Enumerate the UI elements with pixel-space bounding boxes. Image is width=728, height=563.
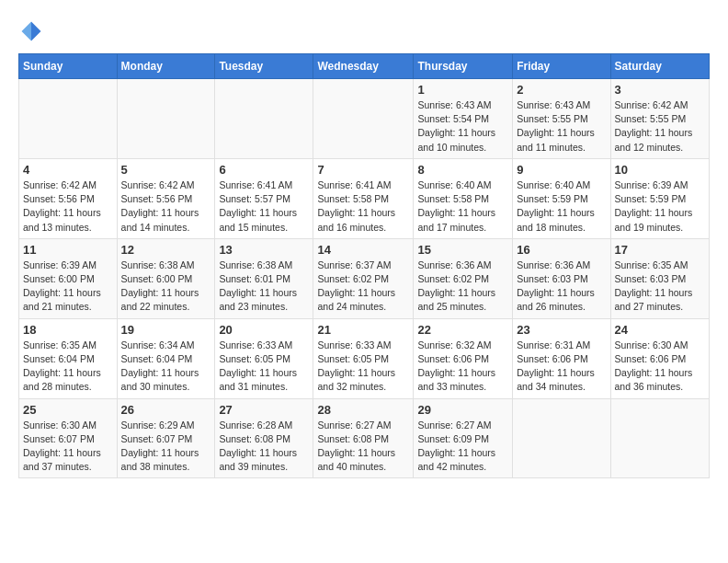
calendar-cell [513, 398, 610, 478]
day-detail: Sunrise: 6:31 AM Sunset: 6:06 PM Dayligh… [517, 339, 606, 395]
day-number: 17 [615, 243, 705, 257]
day-number: 5 [121, 163, 211, 177]
weekday-header-thursday: Thursday [414, 54, 513, 79]
calendar-cell: 17Sunrise: 6:35 AM Sunset: 6:03 PM Dayli… [610, 238, 709, 318]
day-number: 4 [23, 163, 113, 177]
logo-icon [18, 18, 44, 44]
svg-marker-0 [31, 22, 41, 41]
day-number: 27 [219, 403, 309, 417]
calendar-cell: 22Sunrise: 6:32 AM Sunset: 6:06 PM Dayli… [414, 318, 513, 398]
calendar-cell [19, 79, 118, 159]
day-number: 20 [219, 323, 309, 337]
calendar-cell: 6Sunrise: 6:41 AM Sunset: 5:57 PM Daylig… [215, 158, 313, 238]
day-detail: Sunrise: 6:42 AM Sunset: 5:56 PM Dayligh… [121, 178, 211, 235]
calendar-table: SundayMondayTuesdayWednesdayThursdayFrid… [18, 53, 710, 478]
day-detail: Sunrise: 6:39 AM Sunset: 5:59 PM Dayligh… [615, 178, 705, 235]
day-detail: Sunrise: 6:38 AM Sunset: 6:01 PM Dayligh… [219, 259, 309, 315]
day-detail: Sunrise: 6:33 AM Sunset: 6:05 PM Dayligh… [317, 339, 409, 395]
calendar-week-5: 25Sunrise: 6:30 AM Sunset: 6:07 PM Dayli… [19, 398, 710, 478]
day-number: 9 [517, 163, 606, 177]
day-number: 18 [23, 323, 113, 337]
day-detail: Sunrise: 6:36 AM Sunset: 6:03 PM Dayligh… [517, 259, 606, 315]
calendar-cell: 24Sunrise: 6:30 AM Sunset: 6:06 PM Dayli… [610, 318, 709, 398]
day-number: 26 [121, 403, 211, 417]
day-number: 1 [417, 83, 508, 97]
day-number: 29 [417, 403, 508, 417]
day-number: 10 [615, 163, 705, 177]
calendar-cell: 20Sunrise: 6:33 AM Sunset: 6:05 PM Dayli… [215, 318, 313, 398]
calendar-cell: 21Sunrise: 6:33 AM Sunset: 6:05 PM Dayli… [313, 318, 414, 398]
logo [18, 18, 48, 44]
day-number: 8 [417, 163, 508, 177]
day-number: 16 [517, 243, 606, 257]
day-number: 13 [219, 243, 309, 257]
calendar-cell: 13Sunrise: 6:38 AM Sunset: 6:01 PM Dayli… [215, 238, 313, 318]
day-number: 19 [121, 323, 211, 337]
day-number: 23 [517, 323, 606, 337]
weekday-header-monday: Monday [117, 54, 215, 79]
calendar-cell: 28Sunrise: 6:27 AM Sunset: 6:08 PM Dayli… [313, 398, 414, 478]
calendar-cell: 23Sunrise: 6:31 AM Sunset: 6:06 PM Dayli… [513, 318, 610, 398]
day-number: 14 [317, 243, 409, 257]
calendar-cell: 26Sunrise: 6:29 AM Sunset: 6:07 PM Dayli… [117, 398, 215, 478]
day-detail: Sunrise: 6:41 AM Sunset: 5:58 PM Dayligh… [317, 178, 409, 235]
day-detail: Sunrise: 6:30 AM Sunset: 6:06 PM Dayligh… [615, 339, 705, 395]
calendar-cell: 18Sunrise: 6:35 AM Sunset: 6:04 PM Dayli… [19, 318, 118, 398]
day-detail: Sunrise: 6:35 AM Sunset: 6:04 PM Dayligh… [23, 339, 113, 395]
day-detail: Sunrise: 6:35 AM Sunset: 6:03 PM Dayligh… [615, 259, 705, 315]
day-detail: Sunrise: 6:40 AM Sunset: 5:59 PM Dayligh… [517, 178, 606, 235]
calendar-cell: 3Sunrise: 6:42 AM Sunset: 5:55 PM Daylig… [610, 79, 709, 159]
calendar-cell: 16Sunrise: 6:36 AM Sunset: 6:03 PM Dayli… [513, 238, 610, 318]
calendar-cell: 1Sunrise: 6:43 AM Sunset: 5:54 PM Daylig… [414, 79, 513, 159]
weekday-header-friday: Friday [513, 54, 610, 79]
calendar-cell: 8Sunrise: 6:40 AM Sunset: 5:58 PM Daylig… [414, 158, 513, 238]
calendar-week-4: 18Sunrise: 6:35 AM Sunset: 6:04 PM Dayli… [19, 318, 710, 398]
calendar-week-3: 11Sunrise: 6:39 AM Sunset: 6:00 PM Dayli… [19, 238, 710, 318]
day-number: 15 [417, 243, 508, 257]
calendar-cell: 11Sunrise: 6:39 AM Sunset: 6:00 PM Dayli… [19, 238, 118, 318]
day-detail: Sunrise: 6:29 AM Sunset: 6:07 PM Dayligh… [121, 419, 211, 475]
calendar-cell: 10Sunrise: 6:39 AM Sunset: 5:59 PM Dayli… [610, 158, 709, 238]
calendar-cell: 7Sunrise: 6:41 AM Sunset: 5:58 PM Daylig… [313, 158, 414, 238]
weekday-header-tuesday: Tuesday [215, 54, 313, 79]
day-detail: Sunrise: 6:43 AM Sunset: 5:55 PM Dayligh… [517, 98, 606, 155]
weekday-header-saturday: Saturday [610, 54, 709, 79]
day-number: 24 [615, 323, 705, 337]
day-detail: Sunrise: 6:32 AM Sunset: 6:06 PM Dayligh… [417, 339, 508, 395]
weekday-header-row: SundayMondayTuesdayWednesdayThursdayFrid… [19, 54, 710, 79]
day-detail: Sunrise: 6:43 AM Sunset: 5:54 PM Dayligh… [417, 98, 508, 155]
day-detail: Sunrise: 6:36 AM Sunset: 6:02 PM Dayligh… [417, 259, 508, 315]
day-detail: Sunrise: 6:38 AM Sunset: 6:00 PM Dayligh… [121, 259, 211, 315]
calendar-cell: 4Sunrise: 6:42 AM Sunset: 5:56 PM Daylig… [19, 158, 118, 238]
day-detail: Sunrise: 6:39 AM Sunset: 6:00 PM Dayligh… [23, 259, 113, 315]
day-number: 2 [517, 83, 606, 97]
day-detail: Sunrise: 6:27 AM Sunset: 6:08 PM Dayligh… [317, 419, 409, 475]
day-detail: Sunrise: 6:40 AM Sunset: 5:58 PM Dayligh… [417, 178, 508, 235]
day-detail: Sunrise: 6:42 AM Sunset: 5:55 PM Dayligh… [615, 98, 705, 155]
calendar-cell: 5Sunrise: 6:42 AM Sunset: 5:56 PM Daylig… [117, 158, 215, 238]
calendar-cell: 29Sunrise: 6:27 AM Sunset: 6:09 PM Dayli… [414, 398, 513, 478]
day-number: 21 [317, 323, 409, 337]
calendar-cell: 15Sunrise: 6:36 AM Sunset: 6:02 PM Dayli… [414, 238, 513, 318]
day-detail: Sunrise: 6:34 AM Sunset: 6:04 PM Dayligh… [121, 339, 211, 395]
day-number: 6 [219, 163, 309, 177]
svg-marker-1 [22, 22, 32, 41]
calendar-cell: 27Sunrise: 6:28 AM Sunset: 6:08 PM Dayli… [215, 398, 313, 478]
calendar-cell: 12Sunrise: 6:38 AM Sunset: 6:00 PM Dayli… [117, 238, 215, 318]
calendar-week-1: 1Sunrise: 6:43 AM Sunset: 5:54 PM Daylig… [19, 79, 710, 159]
calendar-cell: 14Sunrise: 6:37 AM Sunset: 6:02 PM Dayli… [313, 238, 414, 318]
day-number: 22 [417, 323, 508, 337]
weekday-header-wednesday: Wednesday [313, 54, 414, 79]
calendar-cell [610, 398, 709, 478]
calendar-cell: 25Sunrise: 6:30 AM Sunset: 6:07 PM Dayli… [19, 398, 118, 478]
calendar-cell [117, 79, 215, 159]
day-detail: Sunrise: 6:28 AM Sunset: 6:08 PM Dayligh… [219, 419, 309, 475]
day-number: 12 [121, 243, 211, 257]
calendar-week-2: 4Sunrise: 6:42 AM Sunset: 5:56 PM Daylig… [19, 158, 710, 238]
day-detail: Sunrise: 6:30 AM Sunset: 6:07 PM Dayligh… [23, 419, 113, 475]
day-number: 3 [615, 83, 705, 97]
day-number: 7 [317, 163, 409, 177]
day-detail: Sunrise: 6:33 AM Sunset: 6:05 PM Dayligh… [219, 339, 309, 395]
day-number: 28 [317, 403, 409, 417]
day-detail: Sunrise: 6:27 AM Sunset: 6:09 PM Dayligh… [417, 419, 508, 475]
